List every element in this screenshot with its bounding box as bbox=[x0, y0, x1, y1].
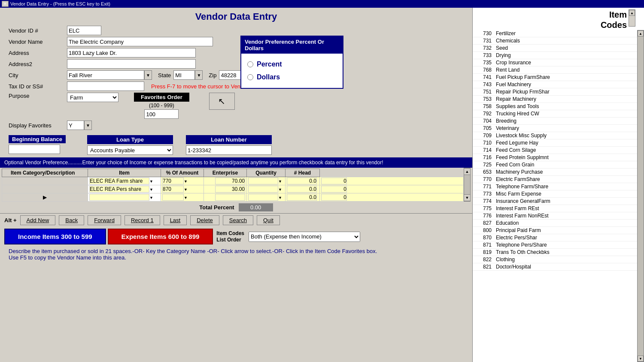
dollars-radio[interactable] bbox=[247, 74, 253, 80]
item-code-row-8[interactable]: 751Repair Pickup FrmShar bbox=[473, 88, 637, 96]
pref-desc-input-2[interactable] bbox=[89, 194, 149, 201]
item-code-row-1[interactable]: 731Chemicals bbox=[473, 37, 637, 45]
scroll-up-icon[interactable]: ▲ bbox=[638, 30, 644, 36]
item-code-row-11[interactable]: 792Trucking Hired CW bbox=[473, 110, 637, 118]
item-code-row-28[interactable]: 870Electric Pers/Shar bbox=[473, 234, 637, 241]
scroll-down-icon[interactable]: ▼ bbox=[638, 356, 644, 362]
item-code-row-31[interactable]: 822Clothing bbox=[473, 256, 637, 263]
item-code-row-32[interactable]: 821Doctor/Hospital bbox=[473, 263, 637, 271]
item-code-row-6[interactable]: 741Fuel Pickup FarmShare bbox=[473, 74, 637, 81]
address-input[interactable] bbox=[67, 48, 196, 57]
pref-desc-input-0[interactable] bbox=[89, 178, 149, 184]
pref-qty-input-1[interactable] bbox=[287, 186, 317, 193]
display-favorites-dropdown-arrow[interactable]: ▼ bbox=[84, 121, 92, 130]
pref-pct-input-1[interactable] bbox=[215, 186, 245, 193]
item-code-row-13[interactable]: 705Veterinary bbox=[473, 125, 637, 132]
item-code-row-5[interactable]: 768Rent Land bbox=[473, 66, 637, 74]
record-button[interactable]: Record 1 bbox=[125, 215, 160, 225]
delete-button[interactable]: Delete bbox=[190, 215, 219, 225]
item-code-row-22[interactable]: 773Misc Farm Expense bbox=[473, 190, 637, 198]
percent-radio[interactable] bbox=[247, 61, 253, 67]
item-code-row-2[interactable]: 732Seed bbox=[473, 45, 637, 52]
pref-desc-input-1[interactable] bbox=[89, 186, 149, 193]
right-panel-scrollbar-top[interactable]: ▲ bbox=[629, 9, 635, 27]
pref-item-arrow-1[interactable]: ▼ bbox=[184, 187, 188, 192]
pref-pct-input-2[interactable] bbox=[215, 194, 245, 201]
pref-ent-arrow-2[interactable]: ▼ bbox=[278, 196, 282, 200]
display-favorites-input[interactable] bbox=[67, 121, 84, 130]
pref-ent-input-0[interactable] bbox=[248, 178, 278, 184]
loan-type-select[interactable]: Accounts Payable bbox=[87, 145, 173, 155]
item-code-row-3[interactable]: 733Drying bbox=[473, 52, 637, 59]
close-button[interactable]: ✕ bbox=[2, 1, 9, 7]
pref-qty-input-2[interactable] bbox=[287, 194, 317, 201]
pref-ent-arrow-0[interactable]: ▼ bbox=[278, 179, 282, 184]
add-new-button[interactable]: Add New bbox=[20, 215, 56, 225]
pref-desc-arrow-2[interactable]: ▼ bbox=[149, 196, 153, 200]
pref-item-arrow-0[interactable]: ▼ bbox=[184, 179, 188, 184]
scroll-down-arrow[interactable]: ▼ bbox=[464, 194, 471, 201]
beginning-balance-input[interactable] bbox=[9, 145, 60, 154]
item-code-row-26[interactable]: 827Education bbox=[473, 220, 637, 227]
last-button[interactable]: Last bbox=[164, 215, 187, 225]
pref-qty-input-0[interactable] bbox=[287, 178, 317, 184]
state-input[interactable] bbox=[173, 70, 195, 80]
pref-ent-input-2[interactable] bbox=[248, 194, 278, 201]
item-code-row-17[interactable]: 716Feed Protein Supplmnt bbox=[473, 154, 637, 161]
scroll-up-arrow[interactable]: ▲ bbox=[464, 168, 471, 175]
right-panel-scrollbar[interactable]: ▲ ▼ bbox=[637, 30, 644, 362]
vendor-name-input[interactable] bbox=[67, 37, 213, 46]
item-code-row-20[interactable]: 770Electric FarmShare bbox=[473, 176, 637, 183]
item-code-row-30[interactable]: 819Trans To Oth Checkbks bbox=[473, 249, 637, 256]
pref-item-input-2[interactable] bbox=[162, 194, 184, 201]
item-code-row-21[interactable]: 771Telephone Farm/Share bbox=[473, 183, 637, 190]
pref-item-input-0[interactable] bbox=[162, 178, 184, 184]
pref-item-input-1[interactable] bbox=[162, 186, 184, 193]
tax-id-input[interactable] bbox=[67, 81, 144, 91]
item-code-row-18[interactable]: 725Feed Corn Grain bbox=[473, 161, 637, 169]
item-code-row-23[interactable]: 774Insurance GeneralFarm bbox=[473, 198, 637, 205]
purpose-select[interactable]: Farm bbox=[67, 93, 118, 102]
address2-input[interactable] bbox=[67, 59, 196, 69]
pref-desc-arrow-0[interactable]: ▼ bbox=[149, 179, 153, 184]
back-button[interactable]: Back bbox=[59, 215, 84, 225]
loan-number-input[interactable] bbox=[186, 145, 272, 155]
item-code-row-10[interactable]: 758Supplies and Tools bbox=[473, 103, 637, 110]
item-code-row-27[interactable]: 800Principal Paid Farm bbox=[473, 227, 637, 234]
item-code-row-25[interactable]: 776Interest Farm NonREst bbox=[473, 212, 637, 220]
city-input[interactable] bbox=[67, 70, 144, 80]
item-code-row-0[interactable]: 730Fertilizer bbox=[473, 30, 637, 37]
item-code-row-24[interactable]: 775Interest Farm REst bbox=[473, 205, 637, 212]
expense-items-button[interactable]: Expense Items 600 to 899 bbox=[108, 229, 213, 244]
item-code-row-19[interactable]: 653Machinery Purchase bbox=[473, 169, 637, 176]
pref-head-input-0[interactable] bbox=[321, 178, 347, 184]
popup-option-dollars[interactable]: Dollars bbox=[246, 71, 338, 84]
item-code-row-12[interactable]: 704Breeding bbox=[473, 118, 637, 125]
item-code-row-4[interactable]: 735Crop Insurance bbox=[473, 59, 637, 66]
item-code-row-15[interactable]: 710Feed Legume Hay bbox=[473, 139, 637, 147]
right-scroll-up-top[interactable]: ▲ bbox=[629, 10, 635, 16]
forward-button[interactable]: Forward bbox=[88, 215, 121, 225]
item-code-row-14[interactable]: 709Livestock Misc Supply bbox=[473, 132, 637, 139]
item-code-row-29[interactable]: 871Telephone Pers/Share bbox=[473, 241, 637, 249]
item-code-row-16[interactable]: 714Feed Corn Silage bbox=[473, 147, 637, 154]
favorites-value-input[interactable] bbox=[144, 109, 179, 119]
list-order-select[interactable]: Both (Expense then Income) Expense Only … bbox=[249, 232, 360, 242]
pref-pct-input-0[interactable] bbox=[215, 178, 245, 184]
quit-button[interactable]: Quit bbox=[257, 215, 280, 225]
item-code-row-7[interactable]: 743Fuel Machinery bbox=[473, 81, 637, 88]
pref-desc-arrow-1[interactable]: ▼ bbox=[149, 187, 153, 192]
item-code-row-9[interactable]: 753Repair Machinery bbox=[473, 96, 637, 103]
pref-ent-arrow-1[interactable]: ▼ bbox=[278, 187, 282, 192]
pref-head-input-2[interactable] bbox=[321, 194, 347, 201]
vendor-id-input[interactable] bbox=[67, 26, 101, 35]
pref-ent-input-1[interactable] bbox=[248, 186, 278, 193]
pref-head-input-1[interactable] bbox=[321, 186, 347, 193]
pref-item-arrow-2[interactable]: ▼ bbox=[184, 196, 188, 200]
city-dropdown-arrow[interactable]: ▼ bbox=[144, 70, 152, 80]
search-button[interactable]: Search bbox=[223, 215, 253, 225]
income-items-button[interactable]: Income Items 300 to 599 bbox=[4, 229, 106, 244]
pref-table-scrollbar[interactable]: ▲ ▼ bbox=[464, 168, 471, 202]
popup-option-percent[interactable]: Percent bbox=[246, 58, 338, 71]
state-dropdown-arrow[interactable]: ▼ bbox=[195, 70, 203, 80]
